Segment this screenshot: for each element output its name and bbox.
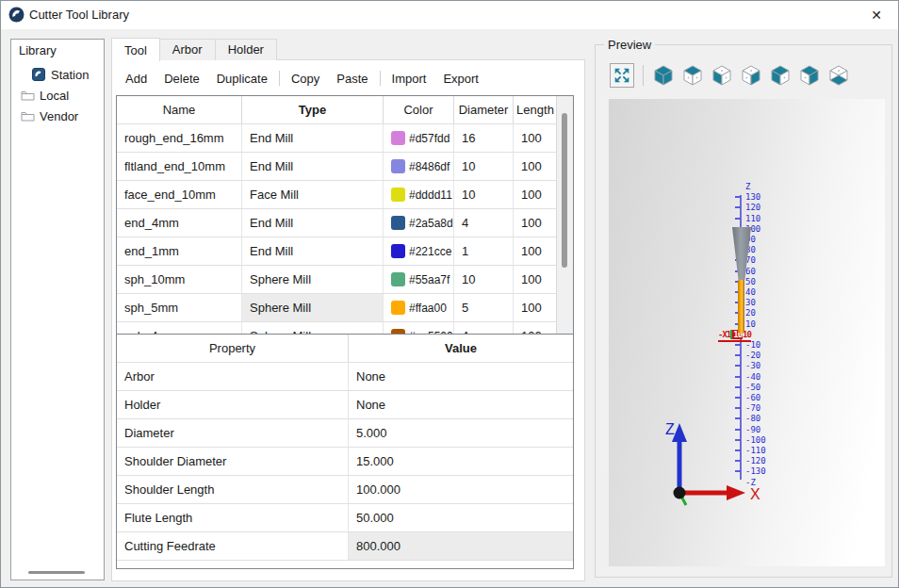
tab-holder[interactable]: Holder [215,39,277,60]
left-view-button[interactable] [769,64,792,87]
back-view-button[interactable] [798,64,821,87]
property-row[interactable]: Diameter5.000 [117,419,573,448]
tool-table-row[interactable]: sph_5mmSphere Mill#ffaa005100 [117,294,573,322]
front-view-button[interactable] [711,64,733,87]
tool-color-cell[interactable]: #221cce [384,237,454,265]
fit-view-button[interactable] [610,63,634,88]
bottom-view-button[interactable] [827,64,850,87]
tool-type-cell[interactable]: Face Mill [242,181,384,208]
tool-column-header-type[interactable]: Type [242,96,384,123]
preview-3d-viewport[interactable]: Z130120110100908070605040302010-X11010-1… [609,99,885,566]
library-item-vendor[interactable]: Vendor [11,106,104,126]
tool-color-cell[interactable]: #8486df [384,153,454,180]
tool-length-cell[interactable]: 100 [514,237,557,265]
ruler-label: 130 [745,192,760,203]
tool-name-cell[interactable]: end_1mm [117,237,242,265]
add-button[interactable]: Add [117,70,155,88]
property-value-cell[interactable]: 100.000 [349,476,573,503]
tab-arbor[interactable]: Arbor [159,39,216,60]
close-button[interactable]: ✕ [855,1,898,29]
property-value-cell[interactable]: 50.000 [349,504,573,531]
tool-color-cell[interactable]: #d57fdd [384,124,454,152]
property-value-cell[interactable]: None [349,363,573,390]
tool-type-cell[interactable]: End Mill [242,124,384,152]
tool-name-cell[interactable]: face_end_10mm [117,181,242,208]
tool-name-cell[interactable]: fltland_end_10mm [117,153,242,180]
front-view-icon [711,64,733,87]
tool-length-cell[interactable]: 100 [514,153,557,180]
copy-button[interactable]: Copy [283,70,328,88]
property-row[interactable]: Flute Length50.000 [117,504,573,532]
property-row[interactable]: Cutting Feedrate800.000 [117,532,573,561]
top-view-button[interactable] [681,64,704,87]
tool-name-cell[interactable]: sph_5mm [117,294,242,321]
tool-name-cell[interactable]: end_4mm [117,209,242,237]
tool-diameter-cell[interactable]: 10 [454,266,514,293]
tool-name-cell[interactable]: rough_end_16mm [117,124,242,152]
duplicate-button[interactable]: Duplicate [208,70,276,88]
tool-diameter-cell[interactable]: 5 [454,294,514,321]
tool-type-cell[interactable]: End Mill [242,209,384,237]
tool-color-cell[interactable]: #55aa7f [384,266,454,293]
tool-column-header-length[interactable]: Length [514,96,557,123]
property-row[interactable]: Shoulder Length100.000 [117,476,573,504]
tool-table-row[interactable]: end_1mmEnd Mill#221cce1100 [117,237,573,266]
library-item-station[interactable]: Station [11,64,104,85]
ruler-label: -40 [745,372,760,383]
tool-length-cell[interactable]: 100 [514,294,557,321]
property-value-cell[interactable]: None [349,391,573,418]
tool-diameter-cell[interactable]: 16 [454,124,514,152]
tool-table-row[interactable]: fltland_end_10mmEnd Mill#8486df10100 [117,153,573,181]
tool-table-header: NameTypeColorDiameterLength [117,96,573,124]
tool-length-cell[interactable]: 100 [514,209,557,237]
tool-length-cell[interactable]: 100 [514,181,557,208]
tool-type-cell[interactable]: End Mill [242,153,384,180]
tool-color-cell[interactable]: #2a5a8d [384,209,454,237]
export-button[interactable]: Export [434,70,487,88]
ruler-tick [735,354,741,356]
scrollbar-thumb[interactable] [562,113,567,268]
tool-table-row[interactable]: rough_end_16mmEnd Mill#d57fdd16100 [117,124,573,153]
tool-length-cell[interactable]: 100 [514,124,557,152]
library-item-local[interactable]: Local [11,85,104,106]
view-orientation-toolbar [610,61,850,90]
isometric-view-button[interactable] [652,64,675,87]
tool-diameter-cell[interactable]: 4 [454,209,514,237]
tool-type-cell[interactable]: End Mill [242,237,384,265]
ruler-label: 110 [745,214,760,224]
import-button[interactable]: Import [384,70,435,88]
tool-type-cell[interactable]: Sphere Mill [242,266,384,293]
property-row[interactable]: HolderNone [117,391,573,419]
tool-length-cell[interactable]: 100 [514,266,557,293]
right-view-button[interactable] [740,64,762,87]
tool-diameter-cell[interactable]: 10 [454,153,514,180]
tool-table-row[interactable]: sph_10mmSphere Mill#55aa7f10100 [117,266,573,294]
ruler-tick [735,218,741,220]
tool-column-header-name[interactable]: Name [117,96,242,123]
tool-color-cell[interactable]: #dddd11 [384,181,454,208]
property-column-header-value[interactable]: Value [349,335,573,362]
tool-type-cell[interactable]: Sphere Mill [242,294,384,321]
property-value-cell[interactable]: 800.000 [349,532,573,560]
property-name-cell: Flute Length [117,504,349,531]
paste-button[interactable]: Paste [328,70,376,88]
property-row[interactable]: ArborNone [117,363,573,391]
property-column-header-property[interactable]: Property [117,335,349,362]
property-value-cell[interactable]: 5.000 [349,419,573,447]
ruler-tick [735,365,741,367]
tool-table-row[interactable]: face_end_10mmFace Mill#dddd1110100 [117,181,573,209]
delete-button[interactable]: Delete [155,70,208,88]
tool-name-cell[interactable]: sph_10mm [117,266,242,293]
axis-triad: Z X [654,416,767,514]
tool-column-header-color[interactable]: Color [384,96,454,123]
tool-column-header-diameter[interactable]: Diameter [454,96,514,123]
tab-tool[interactable]: Tool [111,38,160,61]
property-row[interactable]: Shoulder Diameter15.000 [117,448,573,476]
library-horizontal-scrollbar[interactable] [28,571,85,574]
tool-diameter-cell[interactable]: 10 [454,181,514,208]
tool-color-cell[interactable]: #ffaa00 [384,294,454,321]
property-value-cell[interactable]: 15.000 [349,448,573,475]
tool-table-scrollbar[interactable] [556,96,573,335]
tool-table-row[interactable]: end_4mmEnd Mill#2a5a8d4100 [117,209,573,237]
tool-diameter-cell[interactable]: 1 [454,237,514,265]
